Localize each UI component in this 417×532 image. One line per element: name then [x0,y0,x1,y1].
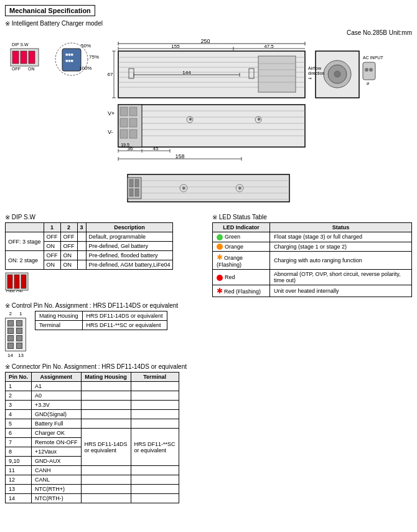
led-table-row: OrangeCharging (stage 1 or stage 2) [213,242,412,252]
svg-rect-77 [129,130,137,138]
control-pin-table: Mating HousingHRS DF11-14DS or equivalen… [35,311,167,330]
connector-mating-housing: HRS DF11-14DS or equivalent [81,429,131,466]
connector-table-row: 5Battery Full [6,419,179,429]
connector-assignment: A1 [32,382,82,391]
svg-text:19.5: 19.5 [121,143,129,147]
dip-switch-icon: OFF ON [5,272,29,292]
led-flash-icon: ✱ [217,253,223,262]
svg-text:✱: ✱ [238,186,242,191]
svg-text:direction: direction [308,71,325,75]
connector-terminal-cell [131,382,179,391]
svg-point-46 [334,71,340,77]
dip-cell: OFF [60,242,77,251]
connector-assignment: CANL [32,475,82,485]
svg-point-52 [365,68,368,72]
mechanical-drawings: DIP S.W OFF ON ■■■ ■■■ 50% 75% 100% 250 … [5,37,412,168]
connector-table-row: 6Charger OKHRS DF11-14DS or equivalentHR… [6,429,179,438]
connector-housing-cell [81,382,131,391]
led-indicator-cell: Red [213,270,270,285]
svg-rect-73 [120,118,128,127]
connector-pin-no: 14 [6,494,32,503]
connector-assignment: GND(Signal) [32,410,82,419]
control-pin-col1: Mating Housing [35,311,83,321]
connector-col-header: Mating Housing [81,373,131,382]
connector-assignment: A0 [32,391,82,401]
dip-cell-sw3 [77,251,86,260]
svg-text:50%: 50% [81,43,91,49]
dip-sw-section: ※ DIP S.W 1 2 3 Description OFF: 3 stage… [5,214,205,297]
control-connector-diagram: 2 1 14 13 [5,311,26,358]
svg-text:V-: V- [108,129,113,135]
page-title: Mechanical Specification [5,5,95,16]
led-table-row: RedAbnormal (OTP, OVP, short circuit, re… [213,270,412,285]
svg-rect-51 [363,62,375,80]
connector-terminal-cell [131,466,179,475]
dip-table-row: OFF: 3 stageOFFOFFDefault, programmable [6,232,173,242]
connector-title: ※ Connector Pin No. Assignment : HRS DF1… [5,363,412,370]
led-status-text: Abnormal (OTP, OVP, short circuit, rever… [270,270,412,285]
connector-pin-no: 9,10 [6,457,32,466]
svg-text:67: 67 [108,72,113,77]
led-indicator-cell: Orange [213,242,270,252]
dip-header-1: 1 [44,223,60,232]
bottom-drawing: ✱ ✱ [5,168,412,209]
dip-table-row: ON: 2 stageOFFONPre-defined, flooded bat… [6,251,173,260]
svg-rect-4 [29,51,35,64]
connector-pin-no: 4 [6,410,32,419]
connector-assignment: Charger OK [32,429,82,438]
connector-terminal-cell [131,391,179,401]
svg-rect-103 [135,179,139,187]
mechanical-svg: DIP S.W OFF ON ■■■ ■■■ 50% 75% 100% 250 … [5,37,412,168]
svg-text:■■■: ■■■ [65,59,73,63]
bottom-perspective-svg: ✱ ✱ [115,168,302,209]
svg-rect-108 [21,275,26,288]
connector-pin-no: 6 [6,429,32,438]
dip-description: Pre-defined, Gel battery [86,242,173,251]
dip-cell: OFF [44,232,60,242]
svg-rect-75 [129,107,137,116]
svg-text:■■■: ■■■ [65,52,73,57]
connector-pin-no: 8 [6,447,32,457]
svg-rect-72 [120,107,128,116]
svg-text:OFF: OFF [12,67,21,71]
dip-sw-title: ※ DIP S.W [5,214,205,221]
subtitle: ※ Intelligent Battery Charger model [5,20,412,27]
svg-text:144: 144 [182,70,191,75]
svg-rect-102 [129,189,133,196]
connector-assignment: CANH [32,466,82,475]
led-dot-icon [217,275,223,281]
control-pin-row: Mating HousingHRS DF11-14DS or equivalen… [35,311,167,321]
connector-col-header: Terminal [131,373,179,382]
led-label: Red [225,274,235,280]
dip-header-2: 2 [60,223,77,232]
svg-text:158: 158 [175,153,184,159]
connector-housing-cell [81,419,131,429]
connector-housing-cell [81,410,131,419]
connector-pin-no: 7 [6,438,32,447]
connector-housing-cell [81,485,131,494]
svg-text:250: 250 [200,38,210,44]
connector-assignment: Battery Full [32,419,82,429]
svg-rect-3 [21,51,27,64]
connector-housing-cell [81,475,131,485]
dip-cell: ON [60,260,77,270]
dip-cell-sw3 [77,242,86,251]
svg-rect-104 [135,189,139,196]
led-status-text: Float stage (stage 3) or full charged [270,232,412,242]
control-pin-col1: Terminal [35,321,83,330]
dip-cell: OFF [44,251,60,260]
control-pin-row: TerminalHRS DF11-**SC or equivalent [35,321,167,330]
dip-sw-table: 1 2 3 Description OFF: 3 stageOFFOFFDefa… [5,222,173,270]
led-status-title: ※ LED Status Table [212,214,412,221]
led-col2-header: Status [270,223,412,232]
led-indicator-cell: Green [213,232,270,242]
connector-col-header: Pin No. [6,373,32,382]
dip-sw-icon-row: OFF ON [5,272,205,292]
svg-rect-2 [12,51,19,64]
led-flash-icon: ✱ [217,287,223,295]
led-table-row: ✱Orange (Flashing)Charging with auto ran… [213,252,412,270]
dip-cell: OFF [60,232,77,242]
svg-rect-38 [258,56,296,92]
led-dot-icon [217,244,223,250]
connector-table-row: 12CANL [6,475,179,485]
